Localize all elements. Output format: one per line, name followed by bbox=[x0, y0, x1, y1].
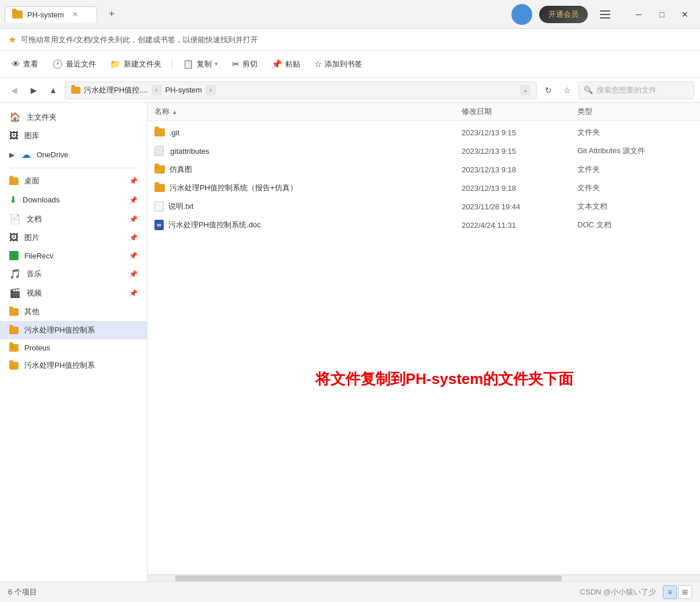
sidebar-item-pictures[interactable]: 🖼 图片 📌 bbox=[0, 228, 147, 247]
sidebar-item-proteus[interactable]: Proteus bbox=[0, 339, 147, 356]
status-bar: 6 个项目 CSDN @小小猿い了少 ≡ ⊞ bbox=[0, 581, 700, 602]
table-row[interactable]: .git 2023/12/13 9:15 文件夹 bbox=[148, 123, 700, 142]
filerecv-icon bbox=[9, 251, 19, 260]
sidebar-label-onedrive: OneDrive bbox=[36, 150, 68, 159]
sewage2-folder-icon bbox=[9, 362, 19, 370]
sort-arrow-icon: ▲ bbox=[172, 109, 178, 115]
table-row[interactable]: W 污水处理PH值控制系统.doc 2022/4/24 11:31 DOC 文档 bbox=[148, 216, 700, 234]
vip-button[interactable]: 开通会员 bbox=[539, 6, 588, 23]
new-tab-button[interactable]: + bbox=[103, 6, 120, 23]
path-chevron-icon: › bbox=[152, 85, 162, 95]
file-date-cell: 2023/12/13 9:15 bbox=[462, 147, 577, 156]
cut-label: 剪切 bbox=[242, 59, 257, 69]
back-button[interactable]: ◀ bbox=[6, 82, 22, 98]
copy-button[interactable]: 📋 复制 ▾ bbox=[177, 56, 224, 72]
sidebar-item-sewage2[interactable]: 污水处理PH值控制系 bbox=[0, 356, 147, 375]
hamburger-line bbox=[600, 10, 610, 12]
avatar[interactable] bbox=[511, 4, 532, 25]
horizontal-scrollbar[interactable] bbox=[148, 574, 700, 581]
view-toggle-buttons: ≡ ⊞ bbox=[663, 585, 692, 599]
close-button[interactable]: ✕ bbox=[675, 4, 695, 25]
videos-pin-icon: 📌 bbox=[129, 289, 138, 297]
col-type-header[interactable]: 类型 bbox=[577, 106, 693, 117]
file-date-cell: 2023/12/13 9:18 bbox=[462, 184, 577, 193]
minimize-button[interactable]: ─ bbox=[628, 4, 649, 25]
recent-icon: 🕐 bbox=[52, 59, 63, 69]
table-row[interactable]: 污水处理PH值控制系统（报告+仿真） 2023/12/13 9:18 文件夹 bbox=[148, 179, 700, 197]
cut-icon: ✂ bbox=[232, 59, 240, 69]
sidebar-item-videos[interactable]: 🎬 视频 📌 bbox=[0, 283, 147, 302]
desktop-pin-icon: 📌 bbox=[129, 177, 138, 185]
path-folder-icon bbox=[71, 87, 80, 94]
sidebar-item-music[interactable]: 🎵 音乐 📌 bbox=[0, 264, 147, 283]
grid-view-button[interactable]: ⊞ bbox=[678, 585, 692, 599]
sidebar-label-pictures: 图片 bbox=[24, 232, 39, 243]
search-box[interactable]: 🔍 搜索您想要的文件 bbox=[579, 82, 694, 99]
address-path[interactable]: 污水处理PH值控.... › PH-system › ⌄ bbox=[65, 82, 537, 99]
recent-files-button[interactable]: 🕐 最近文件 bbox=[46, 56, 102, 72]
file-date-cell: 2022/4/24 11:31 bbox=[462, 221, 577, 230]
path-parent: 污水处理PH值控.... bbox=[84, 85, 148, 95]
file-name-label: 污水处理PH值控制系统（报告+仿真） bbox=[170, 183, 297, 193]
path-current: PH-system bbox=[165, 86, 202, 94]
tab-close-button[interactable]: ✕ bbox=[72, 10, 78, 19]
paste-button[interactable]: 📌 粘贴 bbox=[266, 56, 306, 72]
doc-file-icon: W bbox=[154, 220, 164, 230]
maximize-button[interactable]: □ bbox=[651, 4, 672, 25]
path-current-chevron-icon: › bbox=[205, 85, 216, 95]
sidebar-item-documents[interactable]: 📄 文档 📌 bbox=[0, 209, 147, 228]
pictures-pin-icon: 📌 bbox=[129, 234, 138, 242]
paste-label: 粘贴 bbox=[285, 59, 300, 69]
bookmark-icon: ☆ bbox=[314, 59, 322, 69]
tab-folder-icon bbox=[12, 10, 23, 19]
table-row[interactable]: 仿真图 2023/12/13 9:18 文件夹 bbox=[148, 160, 700, 179]
music-pin-icon: 📌 bbox=[129, 270, 138, 278]
hamburger-line bbox=[600, 14, 610, 15]
downloads-pin-icon: 📌 bbox=[129, 196, 138, 204]
address-star-button[interactable]: ☆ bbox=[559, 82, 575, 98]
table-row[interactable]: .gitattributes 2023/12/13 9:15 Git Attri… bbox=[148, 142, 700, 160]
address-bar: ◀ ▶ ▲ 污水处理PH值控.... › PH-system › ⌄ ↻ ☆ 🔍… bbox=[0, 77, 700, 103]
sidebar-item-onedrive[interactable]: ▶ ☁ OneDrive bbox=[0, 145, 147, 164]
new-folder-label: 新建文件夹 bbox=[124, 59, 161, 69]
main-layout: 🏠 主文件夹 🖼 图库 ▶ ☁ OneDrive 桌面 📌 ⬇ Download… bbox=[0, 103, 700, 581]
cut-button[interactable]: ✂ 剪切 bbox=[226, 56, 263, 72]
address-actions: ↻ ☆ bbox=[540, 82, 575, 98]
col-date-header[interactable]: 修改日期 bbox=[462, 106, 577, 117]
sidebar-item-desktop[interactable]: 桌面 📌 bbox=[0, 172, 147, 190]
file-type-cell: 文件夹 bbox=[577, 164, 693, 175]
sidebar-item-sewage-active[interactable]: 污水处理PH值控制系 bbox=[0, 321, 147, 339]
hamburger-line bbox=[600, 17, 610, 19]
file-name-cell: 说明.txt bbox=[154, 201, 462, 212]
bookmark-hint-text: 可拖动常用文件/文档/文件夹到此，创建成书签，以便能快速找到并打开 bbox=[21, 35, 258, 45]
active-tab[interactable]: PH-system ✕ bbox=[5, 6, 97, 23]
up-button[interactable]: ▲ bbox=[45, 82, 61, 98]
view-button[interactable]: 👁 查看 bbox=[6, 56, 44, 72]
table-row[interactable]: 说明.txt 2023/11/28 19:44 文本文档 bbox=[148, 197, 700, 216]
filerecv-pin-icon: 📌 bbox=[129, 252, 138, 260]
new-folder-button[interactable]: 📁 新建文件夹 bbox=[104, 56, 167, 72]
col-name-header[interactable]: 名称 ▲ bbox=[154, 106, 462, 117]
file-name-label: .gitattributes bbox=[168, 147, 209, 156]
bookmark-button[interactable]: ☆ 添加到书签 bbox=[308, 56, 368, 72]
onedrive-icon: ☁ bbox=[21, 149, 31, 160]
path-dropdown-icon[interactable]: ⌄ bbox=[520, 85, 530, 95]
refresh-button[interactable]: ↻ bbox=[540, 82, 557, 98]
file-name-cell: W 污水处理PH值控制系统.doc bbox=[154, 220, 462, 230]
file-name-cell: 仿真图 bbox=[154, 164, 462, 175]
tab-title: PH-system bbox=[27, 10, 64, 19]
sidebar-item-other[interactable]: 其他 bbox=[0, 302, 147, 321]
hamburger-menu-button[interactable] bbox=[595, 4, 616, 25]
sidebar-item-downloads[interactable]: ⬇ Downloads 📌 bbox=[0, 190, 147, 209]
videos-icon: 🎬 bbox=[9, 287, 21, 298]
sidebar-item-home[interactable]: 🏠 主文件夹 bbox=[0, 108, 147, 127]
sidebar-item-gallery[interactable]: 🖼 图库 bbox=[0, 127, 147, 145]
documents-pin-icon: 📌 bbox=[129, 215, 138, 223]
sidebar-item-filerecv[interactable]: FileRecv 📌 bbox=[0, 247, 147, 264]
file-type-cell: DOC 文档 bbox=[577, 220, 693, 230]
forward-button[interactable]: ▶ bbox=[25, 82, 42, 98]
paste-icon: 📌 bbox=[271, 59, 282, 69]
list-view-button[interactable]: ≡ bbox=[663, 585, 677, 599]
copy-icon: 📋 bbox=[183, 59, 194, 69]
file-list-header: 名称 ▲ 修改日期 类型 bbox=[148, 103, 700, 121]
